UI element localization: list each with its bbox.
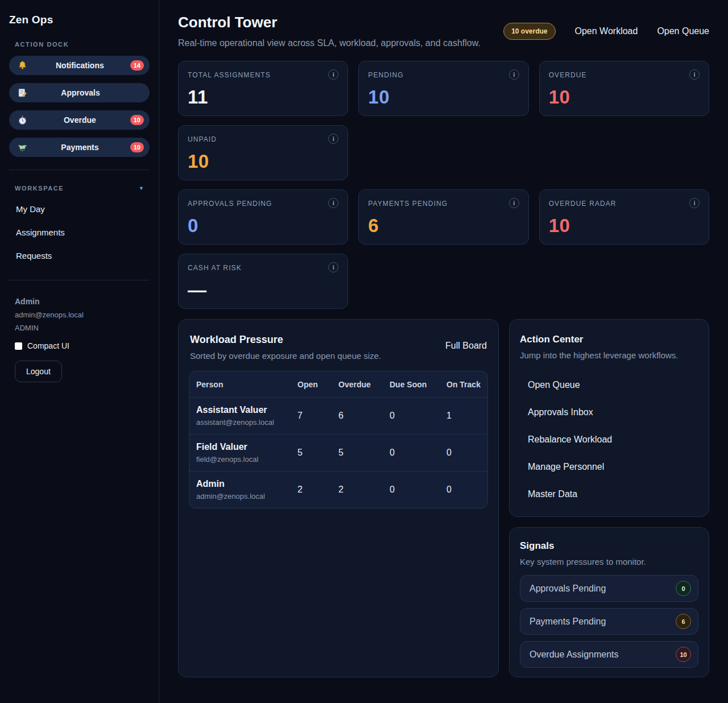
action-center-title: Action Center bbox=[520, 334, 698, 345]
person-email: assistant@zenops.local bbox=[196, 418, 284, 427]
compact-ui-checkbox[interactable] bbox=[15, 342, 22, 350]
compact-ui-label: Compact UI bbox=[27, 341, 69, 350]
info-icon[interactable]: i bbox=[328, 134, 338, 144]
overdue-count: 2 bbox=[332, 472, 383, 508]
kpi-value: — bbox=[188, 279, 338, 301]
action-link-manage-personnel[interactable]: Manage Personnel bbox=[520, 453, 698, 481]
overdue-count: 6 bbox=[332, 398, 383, 435]
kpi-value: 10 bbox=[549, 86, 700, 108]
kpi-value: 10 bbox=[549, 215, 700, 237]
action-link-open-queue[interactable]: Open Queue bbox=[520, 371, 698, 399]
action-link-rebalance-workload[interactable]: Rebalance Workload bbox=[520, 426, 698, 453]
sidebar-item-payments[interactable]: Payments 10 bbox=[9, 138, 150, 157]
workload-subtitle: Sorted by overdue exposure and open queu… bbox=[190, 351, 381, 361]
due-soon-count: 0 bbox=[383, 472, 440, 508]
open-workload-button[interactable]: Open Workload bbox=[575, 26, 638, 36]
table-header-row: Person Open Overdue Due Soon On Track bbox=[189, 371, 487, 398]
person-email: admin@zenops.local bbox=[196, 492, 284, 501]
workspace-label: WORKSPACE bbox=[15, 185, 64, 192]
kpi-label: OVERDUE bbox=[549, 71, 587, 79]
user-email: admin@zenops.local bbox=[15, 308, 144, 321]
table-row[interactable]: Field Valuer field@zenops.local 5 5 0 0 bbox=[189, 435, 487, 472]
signals-subtitle: Key system pressures to monitor. bbox=[520, 557, 698, 566]
sidebar-item-approvals[interactable]: Approvals bbox=[9, 83, 150, 102]
sidebar-item-requests[interactable]: Requests bbox=[9, 244, 150, 267]
chevron-down-icon[interactable]: ▼ bbox=[139, 185, 144, 191]
main-content: Control Tower Real-time operational view… bbox=[159, 0, 728, 677]
notifications-count-badge: 14 bbox=[130, 60, 144, 71]
signal-payments-pending[interactable]: Payments Pending 6 bbox=[520, 608, 698, 635]
logout-button[interactable]: Logout bbox=[15, 361, 62, 382]
info-icon[interactable]: i bbox=[509, 198, 519, 208]
user-name: Admin bbox=[15, 295, 144, 308]
info-icon[interactable]: i bbox=[689, 198, 700, 208]
kpi-card-overdue-radar: OVERDUE RADAR i 10 bbox=[539, 189, 709, 245]
action-link-approvals-inbox[interactable]: Approvals Inbox bbox=[520, 399, 698, 426]
column-header-overdue: Overdue bbox=[332, 371, 383, 398]
user-role: ADMIN bbox=[15, 321, 144, 334]
signal-label: Approvals Pending bbox=[530, 584, 606, 594]
kpi-label: CASH AT RISK bbox=[188, 264, 242, 272]
table-row[interactable]: Admin admin@zenops.local 2 2 0 0 bbox=[189, 472, 487, 508]
action-link-master-data[interactable]: Master Data bbox=[520, 481, 698, 508]
signal-count-badge: 10 bbox=[676, 647, 691, 662]
app-title: Zen Ops bbox=[9, 14, 150, 26]
on-track-count: 1 bbox=[440, 398, 487, 435]
info-icon[interactable]: i bbox=[328, 69, 338, 80]
info-icon[interactable]: i bbox=[328, 262, 338, 272]
kpi-value: 10 bbox=[188, 151, 338, 172]
on-track-count: 0 bbox=[440, 435, 487, 472]
signal-count-badge: 6 bbox=[676, 614, 691, 629]
info-icon[interactable]: i bbox=[328, 198, 338, 208]
kpi-value: 10 bbox=[368, 86, 519, 108]
page-title: Control Tower bbox=[178, 14, 481, 31]
due-soon-count: 0 bbox=[383, 435, 440, 472]
overdue-count-badge: 10 bbox=[130, 115, 144, 125]
signals-panel: Signals Key system pressures to monitor.… bbox=[509, 527, 709, 677]
user-block: Admin admin@zenops.local ADMIN bbox=[15, 295, 144, 334]
person-name: Field Valuer bbox=[196, 442, 284, 452]
signal-approvals-pending[interactable]: Approvals Pending 0 bbox=[520, 575, 698, 602]
kpi-label: TOTAL ASSIGNMENTS bbox=[188, 71, 271, 79]
sidebar-item-notifications[interactable]: Notifications 14 bbox=[9, 56, 150, 75]
kpi-card-pending: PENDING i 10 bbox=[358, 61, 528, 116]
open-queue-button[interactable]: Open Queue bbox=[657, 26, 709, 36]
kpi-value: 11 bbox=[188, 86, 338, 108]
table-row[interactable]: Assistant Valuer assistant@zenops.local … bbox=[189, 398, 487, 435]
kpi-card-overdue: OVERDUE i 10 bbox=[539, 61, 709, 116]
sidebar-item-label: Approvals bbox=[30, 88, 131, 97]
page-subtitle: Real-time operational view across SLA, w… bbox=[178, 38, 481, 48]
kpi-value: 6 bbox=[368, 215, 519, 237]
sidebar-item-assignments[interactable]: Assignments bbox=[9, 221, 150, 244]
sidebar-item-label: Notifications bbox=[30, 61, 130, 70]
due-soon-count: 0 bbox=[383, 398, 440, 435]
open-count: 5 bbox=[291, 435, 332, 472]
kpi-value: 0 bbox=[188, 215, 338, 237]
memo-pencil-icon bbox=[17, 87, 30, 98]
bell-icon bbox=[17, 60, 30, 71]
action-center-subtitle: Jump into the highest leverage workflows… bbox=[520, 350, 698, 360]
kpi-card-cash-at-risk: CASH AT RISK i — bbox=[178, 254, 348, 309]
on-track-count: 0 bbox=[440, 472, 487, 508]
kpi-label: OVERDUE RADAR bbox=[549, 200, 617, 208]
signal-overdue-assignments[interactable]: Overdue Assignments 10 bbox=[520, 641, 698, 668]
signal-label: Overdue Assignments bbox=[530, 650, 619, 660]
person-name: Admin bbox=[196, 479, 284, 489]
action-dock-label: ACTION DOCK bbox=[15, 41, 144, 48]
info-icon[interactable]: i bbox=[509, 69, 519, 80]
money-with-wings-icon bbox=[17, 142, 30, 153]
sidebar-divider bbox=[9, 280, 150, 280]
sidebar-item-my-day[interactable]: My Day bbox=[9, 197, 150, 221]
overdue-chip[interactable]: 10 overdue bbox=[503, 23, 555, 40]
signal-count-badge: 0 bbox=[676, 581, 691, 596]
column-header-open: Open bbox=[291, 371, 332, 398]
sidebar-item-overdue[interactable]: Overdue 10 bbox=[9, 110, 150, 130]
full-board-button[interactable]: Full Board bbox=[445, 341, 487, 351]
column-header-on-track: On Track bbox=[440, 371, 487, 398]
kpi-grid-secondary: APPROVALS PENDING i 0 PAYMENTS PENDING i… bbox=[178, 189, 709, 309]
kpi-card-payments-pending: PAYMENTS PENDING i 6 bbox=[358, 189, 528, 245]
action-center-panel: Action Center Jump into the highest leve… bbox=[509, 319, 709, 517]
column-header-person: Person bbox=[189, 371, 291, 398]
info-icon[interactable]: i bbox=[689, 69, 700, 80]
workload-title: Workload Pressure bbox=[190, 334, 381, 346]
